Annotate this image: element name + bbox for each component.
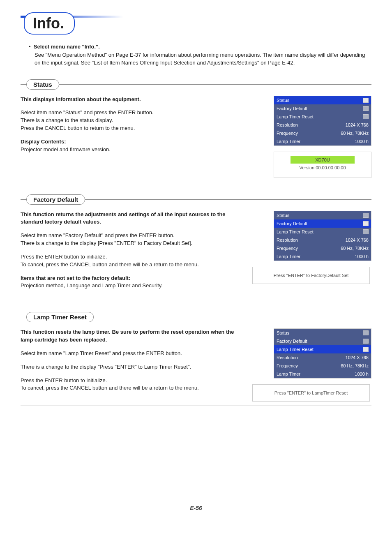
firmware-version: Version 00.00.00.00.00 (299, 165, 346, 170)
menu-row-frequency: Frequency60 Hz, 78KHz (274, 362, 371, 370)
page-number: E-56 (21, 505, 371, 511)
menu-row-frequency: Frequency60 Hz, 78KHz (274, 129, 371, 137)
enter-icon (363, 347, 369, 352)
factory-right: Status Factory Default Lamp Timer Reset … (252, 211, 371, 284)
enter-icon (363, 213, 369, 218)
page-title: Info. (33, 15, 64, 32)
factory-text: This function returns the adjustments an… (21, 211, 252, 296)
enter-icon (363, 221, 369, 226)
section-header: Status (21, 79, 371, 91)
menu-panel-factory: Status Factory Default Lamp Timer Reset … (274, 211, 371, 261)
lamp-dialog: Press "ENTER" to LampTimer Reset (252, 384, 370, 402)
status-p1: Select item name "Status" and press the … (21, 109, 244, 132)
model-badge: XD70U (291, 156, 354, 164)
status-p2-body: Projector model and firmware version. (21, 146, 111, 152)
menu-row-status[interactable]: Status (274, 211, 371, 219)
menu-row-lamp-timer: Lamp Timer1000 h (274, 370, 371, 378)
menu-row-lamp-reset[interactable]: Lamp Timer Reset (274, 345, 371, 353)
menu-panel-status: Status Factory Default Lamp Timer Reset … (274, 96, 371, 146)
status-dialog: XD70U Version 00.00.00.00.00 (274, 152, 371, 178)
page-title-box: Info. (24, 12, 75, 35)
section-rule (21, 406, 371, 406)
factory-p3: Items that are not set to the factory de… (21, 275, 244, 290)
menu-row-status[interactable]: Status (274, 329, 371, 337)
lamp-p3: Press the ENTER button to initialize. To… (21, 377, 244, 392)
status-p2-bold: Display Contents: (21, 138, 66, 145)
lamp-right: Status Factory Default Lamp Timer Reset … (252, 328, 371, 402)
factory-lead: This function returns the adjustments an… (21, 211, 244, 226)
menu-row-factory[interactable]: Factory Default (274, 337, 371, 345)
menu-row-resolution: Resolution1024 X 768 (274, 236, 371, 244)
enter-icon (363, 106, 369, 111)
section-factory: Factory Default This function returns th… (21, 194, 371, 296)
lamp-p2: There is a change to the display "Press … (21, 363, 244, 371)
section-title-lamp: Lamp Timer Reset (26, 312, 94, 322)
enter-icon (363, 98, 369, 103)
enter-icon (363, 229, 369, 234)
menu-row-status[interactable]: Status (274, 96, 371, 104)
section-title-factory: Factory Default (26, 194, 85, 205)
enter-icon (363, 339, 369, 344)
enter-icon (363, 330, 369, 335)
status-lead: This displays information about the equi… (21, 96, 244, 104)
page: Info. • Select menu name "Info.". See "M… (0, 0, 392, 528)
factory-p2: Press the ENTER button to initialize. To… (21, 253, 244, 269)
status-text: This displays information about the equi… (21, 96, 252, 159)
factory-p3-body: Projection method, Language and Lamp Tim… (21, 282, 163, 289)
lamp-text: This function resets the lamp timer. Be … (21, 328, 252, 398)
intro-bullet: • Select menu name "Info.". See "Menu Op… (29, 43, 371, 67)
intro-body: See "Menu Operation Method" on Page E-37… (35, 51, 371, 67)
menu-panel-lamp: Status Factory Default Lamp Timer Reset … (274, 328, 371, 379)
status-p2: Display Contents:Projector model and fir… (21, 138, 244, 154)
menu-row-lamp-reset[interactable]: Lamp Timer Reset (274, 113, 371, 121)
menu-row-factory[interactable]: Factory Default (274, 104, 371, 113)
factory-p1: Select item name "Factory Default" and p… (21, 232, 244, 247)
factory-p3-bold: Items that are not set to the factory de… (21, 275, 130, 281)
section-header: Lamp Timer Reset (21, 312, 371, 323)
menu-row-lamp-reset[interactable]: Lamp Timer Reset (274, 228, 371, 236)
page-title-wrap: Info. (21, 12, 371, 35)
section-status: Status This displays information about t… (21, 79, 371, 178)
section-lamp: Lamp Timer Reset This function resets th… (21, 312, 371, 406)
status-right: Status Factory Default Lamp Timer Reset … (252, 96, 371, 178)
menu-row-factory[interactable]: Factory Default (274, 219, 371, 228)
menu-row-lamp-timer: Lamp Timer1000 h (274, 137, 371, 145)
lamp-p1: Select item name "Lamp Timer Reset" and … (21, 350, 244, 358)
factory-dialog-text: Press "ENTER" to FactoryDefault Set (274, 273, 349, 278)
factory-dialog: Press "ENTER" to FactoryDefault Set (252, 267, 370, 284)
enter-icon (363, 114, 369, 119)
lamp-dialog-text: Press "ENTER" to LampTimer Reset (274, 390, 348, 395)
menu-row-resolution: Resolution1024 X 768 (274, 353, 371, 362)
menu-row-resolution: Resolution1024 X 768 (274, 121, 371, 129)
section-title-status: Status (26, 79, 59, 90)
menu-row-frequency: Frequency60 Hz, 78KHz (274, 244, 371, 252)
section-header: Factory Default (21, 194, 371, 206)
lamp-lead: This function resets the lamp timer. Be … (21, 328, 244, 344)
intro-bold: Select menu name "Info.". (34, 44, 100, 50)
menu-row-lamp-timer: Lamp Timer1000 h (274, 252, 371, 261)
